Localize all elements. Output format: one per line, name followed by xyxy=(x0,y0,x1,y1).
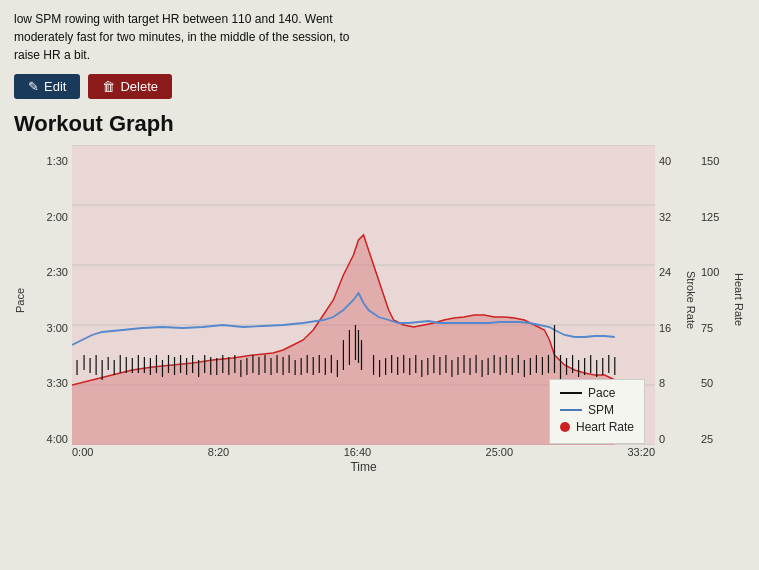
workout-description: low SPM rowing with target HR between 11… xyxy=(14,10,354,64)
legend-spm: SPM xyxy=(560,403,634,417)
y-axis-left-label: Pace xyxy=(14,155,26,445)
pace-line-icon xyxy=(560,392,582,394)
chart-legend: Pace SPM Heart Rate xyxy=(549,379,645,444)
pace-legend-label: Pace xyxy=(588,386,615,400)
chart-container: Pace 1:30 2:00 2:30 3:00 3:30 4:00 xyxy=(14,145,745,474)
section-title: Workout Graph xyxy=(14,111,745,137)
spm-line-icon xyxy=(560,409,582,411)
x-axis-labels: 0:00 8:20 16:40 25:00 33:20 xyxy=(72,446,655,458)
action-buttons: ✎ Edit 🗑 Delete xyxy=(14,74,745,99)
legend-pace: Pace xyxy=(560,386,634,400)
hr-legend-label: Heart Rate xyxy=(576,420,634,434)
legend-hr: Heart Rate xyxy=(560,420,634,434)
y-axis-right2-label: Heart Rate xyxy=(733,155,745,445)
x-axis-title: Time xyxy=(72,460,655,474)
edit-icon: ✎ xyxy=(28,79,39,94)
y-axis-left-ticks: 1:30 2:00 2:30 3:00 3:30 4:00 xyxy=(26,155,72,445)
y-axis-right1-ticks: 40 32 24 16 8 0 xyxy=(655,155,685,445)
y-axis-right1-label: Stroke Rate xyxy=(685,155,697,445)
trash-icon: 🗑 xyxy=(102,79,115,94)
spm-legend-label: SPM xyxy=(588,403,614,417)
y-axis-right2-ticks: 150 125 100 75 50 25 xyxy=(697,155,733,445)
hr-dot-icon xyxy=(560,422,570,432)
edit-button[interactable]: ✎ Edit xyxy=(14,74,80,99)
delete-button[interactable]: 🗑 Delete xyxy=(88,74,172,99)
page-wrapper: low SPM rowing with target HR between 11… xyxy=(14,10,745,474)
